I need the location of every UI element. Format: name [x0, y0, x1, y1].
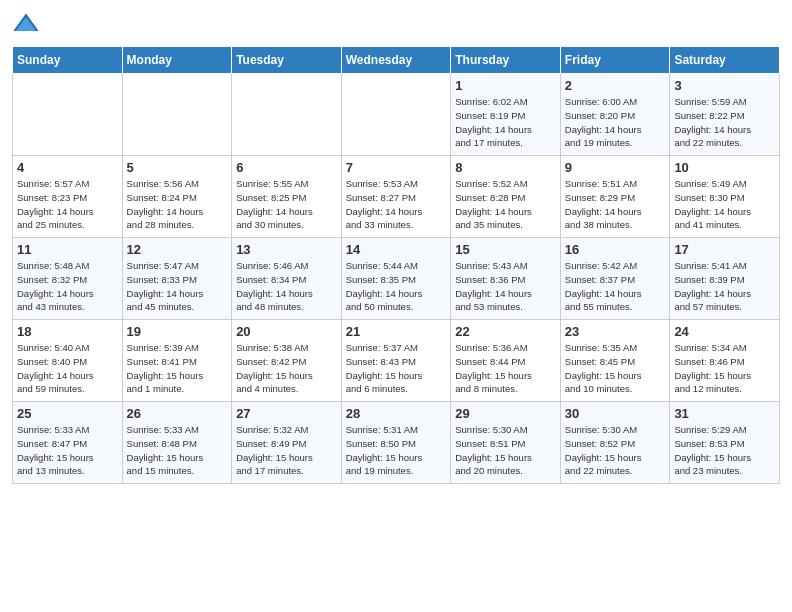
day-number: 28 — [346, 406, 447, 421]
day-detail: Sunrise: 5:33 AM Sunset: 8:48 PM Dayligh… — [127, 423, 228, 478]
day-cell: 27Sunrise: 5:32 AM Sunset: 8:49 PM Dayli… — [232, 402, 342, 484]
header-cell-wednesday: Wednesday — [341, 47, 451, 74]
day-number: 29 — [455, 406, 556, 421]
day-detail: Sunrise: 5:46 AM Sunset: 8:34 PM Dayligh… — [236, 259, 337, 314]
day-cell: 11Sunrise: 5:48 AM Sunset: 8:32 PM Dayli… — [13, 238, 123, 320]
week-row-5: 25Sunrise: 5:33 AM Sunset: 8:47 PM Dayli… — [13, 402, 780, 484]
day-number: 22 — [455, 324, 556, 339]
day-number: 12 — [127, 242, 228, 257]
day-detail: Sunrise: 5:38 AM Sunset: 8:42 PM Dayligh… — [236, 341, 337, 396]
calendar-page: SundayMondayTuesdayWednesdayThursdayFrid… — [0, 0, 792, 494]
day-number: 4 — [17, 160, 118, 175]
day-detail: Sunrise: 5:30 AM Sunset: 8:52 PM Dayligh… — [565, 423, 666, 478]
day-cell: 2Sunrise: 6:00 AM Sunset: 8:20 PM Daylig… — [560, 74, 670, 156]
day-number: 30 — [565, 406, 666, 421]
week-row-1: 1Sunrise: 6:02 AM Sunset: 8:19 PM Daylig… — [13, 74, 780, 156]
day-number: 26 — [127, 406, 228, 421]
day-detail: Sunrise: 5:49 AM Sunset: 8:30 PM Dayligh… — [674, 177, 775, 232]
header-row: SundayMondayTuesdayWednesdayThursdayFrid… — [13, 47, 780, 74]
day-cell: 6Sunrise: 5:55 AM Sunset: 8:25 PM Daylig… — [232, 156, 342, 238]
day-cell: 15Sunrise: 5:43 AM Sunset: 8:36 PM Dayli… — [451, 238, 561, 320]
day-detail: Sunrise: 5:59 AM Sunset: 8:22 PM Dayligh… — [674, 95, 775, 150]
day-number: 27 — [236, 406, 337, 421]
day-detail: Sunrise: 5:36 AM Sunset: 8:44 PM Dayligh… — [455, 341, 556, 396]
day-cell: 18Sunrise: 5:40 AM Sunset: 8:40 PM Dayli… — [13, 320, 123, 402]
day-number: 17 — [674, 242, 775, 257]
day-cell: 20Sunrise: 5:38 AM Sunset: 8:42 PM Dayli… — [232, 320, 342, 402]
week-row-3: 11Sunrise: 5:48 AM Sunset: 8:32 PM Dayli… — [13, 238, 780, 320]
day-number: 19 — [127, 324, 228, 339]
day-detail: Sunrise: 5:42 AM Sunset: 8:37 PM Dayligh… — [565, 259, 666, 314]
day-detail: Sunrise: 6:02 AM Sunset: 8:19 PM Dayligh… — [455, 95, 556, 150]
day-number: 31 — [674, 406, 775, 421]
header-cell-tuesday: Tuesday — [232, 47, 342, 74]
day-cell: 17Sunrise: 5:41 AM Sunset: 8:39 PM Dayli… — [670, 238, 780, 320]
day-number: 7 — [346, 160, 447, 175]
day-cell: 8Sunrise: 5:52 AM Sunset: 8:28 PM Daylig… — [451, 156, 561, 238]
day-cell: 24Sunrise: 5:34 AM Sunset: 8:46 PM Dayli… — [670, 320, 780, 402]
day-detail: Sunrise: 5:57 AM Sunset: 8:23 PM Dayligh… — [17, 177, 118, 232]
day-number: 11 — [17, 242, 118, 257]
calendar-body: 1Sunrise: 6:02 AM Sunset: 8:19 PM Daylig… — [13, 74, 780, 484]
day-cell: 5Sunrise: 5:56 AM Sunset: 8:24 PM Daylig… — [122, 156, 232, 238]
day-detail: Sunrise: 5:29 AM Sunset: 8:53 PM Dayligh… — [674, 423, 775, 478]
day-detail: Sunrise: 5:52 AM Sunset: 8:28 PM Dayligh… — [455, 177, 556, 232]
day-detail: Sunrise: 5:44 AM Sunset: 8:35 PM Dayligh… — [346, 259, 447, 314]
day-detail: Sunrise: 5:32 AM Sunset: 8:49 PM Dayligh… — [236, 423, 337, 478]
day-number: 21 — [346, 324, 447, 339]
day-detail: Sunrise: 5:37 AM Sunset: 8:43 PM Dayligh… — [346, 341, 447, 396]
day-cell: 16Sunrise: 5:42 AM Sunset: 8:37 PM Dayli… — [560, 238, 670, 320]
day-detail: Sunrise: 5:56 AM Sunset: 8:24 PM Dayligh… — [127, 177, 228, 232]
day-cell: 21Sunrise: 5:37 AM Sunset: 8:43 PM Dayli… — [341, 320, 451, 402]
day-cell: 22Sunrise: 5:36 AM Sunset: 8:44 PM Dayli… — [451, 320, 561, 402]
day-number: 18 — [17, 324, 118, 339]
day-detail: Sunrise: 5:33 AM Sunset: 8:47 PM Dayligh… — [17, 423, 118, 478]
day-cell: 28Sunrise: 5:31 AM Sunset: 8:50 PM Dayli… — [341, 402, 451, 484]
day-number: 23 — [565, 324, 666, 339]
logo — [12, 10, 44, 38]
day-detail: Sunrise: 5:53 AM Sunset: 8:27 PM Dayligh… — [346, 177, 447, 232]
day-detail: Sunrise: 5:35 AM Sunset: 8:45 PM Dayligh… — [565, 341, 666, 396]
day-number: 13 — [236, 242, 337, 257]
day-number: 1 — [455, 78, 556, 93]
day-number: 10 — [674, 160, 775, 175]
day-cell: 26Sunrise: 5:33 AM Sunset: 8:48 PM Dayli… — [122, 402, 232, 484]
day-cell — [13, 74, 123, 156]
day-cell: 29Sunrise: 5:30 AM Sunset: 8:51 PM Dayli… — [451, 402, 561, 484]
day-cell: 1Sunrise: 6:02 AM Sunset: 8:19 PM Daylig… — [451, 74, 561, 156]
header-cell-saturday: Saturday — [670, 47, 780, 74]
day-cell: 30Sunrise: 5:30 AM Sunset: 8:52 PM Dayli… — [560, 402, 670, 484]
day-cell: 3Sunrise: 5:59 AM Sunset: 8:22 PM Daylig… — [670, 74, 780, 156]
header-cell-monday: Monday — [122, 47, 232, 74]
day-cell: 4Sunrise: 5:57 AM Sunset: 8:23 PM Daylig… — [13, 156, 123, 238]
day-cell — [122, 74, 232, 156]
day-detail: Sunrise: 5:51 AM Sunset: 8:29 PM Dayligh… — [565, 177, 666, 232]
week-row-4: 18Sunrise: 5:40 AM Sunset: 8:40 PM Dayli… — [13, 320, 780, 402]
header-cell-sunday: Sunday — [13, 47, 123, 74]
day-number: 3 — [674, 78, 775, 93]
day-number: 15 — [455, 242, 556, 257]
day-detail: Sunrise: 6:00 AM Sunset: 8:20 PM Dayligh… — [565, 95, 666, 150]
day-detail: Sunrise: 5:30 AM Sunset: 8:51 PM Dayligh… — [455, 423, 556, 478]
day-number: 9 — [565, 160, 666, 175]
day-detail: Sunrise: 5:31 AM Sunset: 8:50 PM Dayligh… — [346, 423, 447, 478]
day-cell: 13Sunrise: 5:46 AM Sunset: 8:34 PM Dayli… — [232, 238, 342, 320]
header-cell-friday: Friday — [560, 47, 670, 74]
day-detail: Sunrise: 5:47 AM Sunset: 8:33 PM Dayligh… — [127, 259, 228, 314]
header-cell-thursday: Thursday — [451, 47, 561, 74]
logo-icon — [12, 10, 40, 38]
day-number: 14 — [346, 242, 447, 257]
day-detail: Sunrise: 5:48 AM Sunset: 8:32 PM Dayligh… — [17, 259, 118, 314]
day-cell: 10Sunrise: 5:49 AM Sunset: 8:30 PM Dayli… — [670, 156, 780, 238]
week-row-2: 4Sunrise: 5:57 AM Sunset: 8:23 PM Daylig… — [13, 156, 780, 238]
day-cell: 31Sunrise: 5:29 AM Sunset: 8:53 PM Dayli… — [670, 402, 780, 484]
day-number: 2 — [565, 78, 666, 93]
day-cell: 7Sunrise: 5:53 AM Sunset: 8:27 PM Daylig… — [341, 156, 451, 238]
day-cell: 19Sunrise: 5:39 AM Sunset: 8:41 PM Dayli… — [122, 320, 232, 402]
day-number: 8 — [455, 160, 556, 175]
day-detail: Sunrise: 5:55 AM Sunset: 8:25 PM Dayligh… — [236, 177, 337, 232]
day-cell: 14Sunrise: 5:44 AM Sunset: 8:35 PM Dayli… — [341, 238, 451, 320]
day-detail: Sunrise: 5:34 AM Sunset: 8:46 PM Dayligh… — [674, 341, 775, 396]
day-number: 20 — [236, 324, 337, 339]
header — [12, 10, 780, 38]
